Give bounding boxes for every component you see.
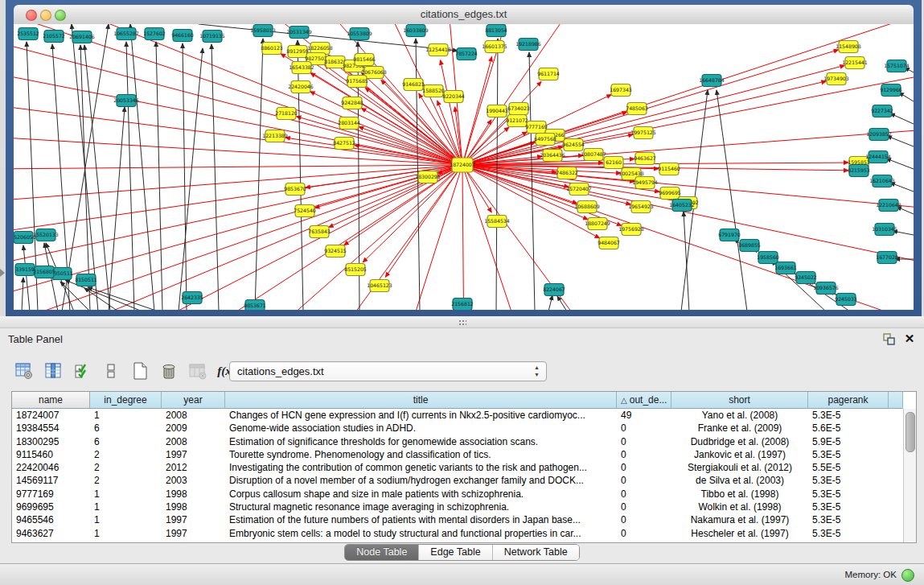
cell-title: Corpus callosum shape and size in male p… bbox=[225, 488, 617, 501]
cell-pagerank: 5.5E-5 bbox=[808, 461, 889, 474]
close-panel-icon[interactable]: ✕ bbox=[902, 332, 917, 346]
scrollbar-thumb[interactable] bbox=[906, 412, 915, 452]
select-columns-icon[interactable] bbox=[71, 360, 92, 382]
cell-year: 1998 bbox=[162, 488, 225, 501]
cell-out_de: 0 bbox=[617, 435, 671, 448]
column-header-name[interactable]: name bbox=[12, 392, 90, 409]
column-chooser-icon[interactable] bbox=[42, 360, 64, 382]
graph-node-label: 15520133 bbox=[33, 232, 59, 237]
graph-node-label: 8220344 bbox=[442, 93, 465, 99]
cell-year: 2008 bbox=[162, 435, 225, 448]
graph-edge bbox=[14, 105, 462, 165]
graph-node-label: 8813054 bbox=[485, 27, 507, 33]
graph-node-label: 12093852 bbox=[866, 131, 892, 137]
table-row[interactable]: 1938455462009Genome-wide association stu… bbox=[12, 422, 916, 435]
cell-in_degree: 1 bbox=[90, 409, 162, 422]
network-canvas[interactable]: 8860123891295918226058982750316543382818… bbox=[14, 24, 914, 310]
split-divider[interactable] bbox=[0, 316, 924, 328]
graph-node-label: 1697343 bbox=[610, 87, 632, 93]
cell-name: 9699695 bbox=[12, 501, 90, 513]
cell-name: 18300295 bbox=[12, 435, 90, 448]
graph-node-label: 9129966 bbox=[880, 87, 902, 93]
cell-short: de Silva et al. (2003) bbox=[671, 474, 808, 487]
import-table-disabled-icon[interactable] bbox=[187, 360, 208, 382]
graph-node-label: 8215953 bbox=[848, 167, 870, 173]
graph-edge bbox=[78, 165, 462, 310]
table-selector-dropdown[interactable]: citations_edges.txt ▲▼ bbox=[229, 361, 547, 381]
tab-node-table[interactable]: Node Table bbox=[345, 545, 419, 560]
column-header-year[interactable]: year bbox=[162, 392, 225, 409]
graph-edge bbox=[717, 90, 747, 310]
graph-node-label: 15751074 bbox=[884, 63, 910, 68]
graph-node-label: 1527602 bbox=[143, 31, 166, 36]
graph-node-label: 8427512 bbox=[333, 140, 355, 146]
float-panel-icon[interactable] bbox=[881, 332, 896, 346]
table-row[interactable]: 1456911722003Disruption of a novel membe… bbox=[12, 474, 916, 487]
graph-node-label: 10936576 bbox=[813, 285, 839, 290]
column-header-short[interactable]: short bbox=[671, 392, 808, 409]
graph-edge bbox=[14, 165, 462, 266]
cell-pagerank: 5.3E-5 bbox=[808, 409, 889, 422]
graph-node-label: 20676068 bbox=[361, 69, 387, 75]
graph-node-label: 2156812 bbox=[451, 301, 474, 307]
cell-out_de: 0 bbox=[617, 513, 671, 526]
table-row[interactable]: 1872400712008Changes of HCN gene express… bbox=[12, 409, 916, 422]
delete-table-icon[interactable] bbox=[158, 360, 179, 382]
table-row[interactable]: 977716911998Corpus callosum shape and si… bbox=[12, 488, 916, 501]
cell-in_degree: 6 bbox=[90, 435, 162, 448]
graph-edge bbox=[684, 212, 689, 310]
cell-pagerank: 5.3E-5 bbox=[808, 474, 889, 487]
cell-year: 2009 bbox=[162, 422, 225, 435]
graph-node-label: 10807487 bbox=[581, 151, 606, 157]
cell-pagerank: 5.6E-5 bbox=[808, 422, 889, 435]
table-row[interactable]: 969969511998Structural magnetic resonanc… bbox=[12, 501, 916, 513]
table-row[interactable]: 911546021997Tourette syndrome. Phenomeno… bbox=[12, 448, 916, 461]
cell-out_de: 0 bbox=[617, 501, 671, 513]
graph-node-label: 8224067 bbox=[543, 286, 565, 292]
column-header-out_de[interactable]: △out_de... bbox=[617, 392, 671, 409]
table-scrollbar[interactable] bbox=[903, 409, 916, 542]
window-titlebar[interactable]: citations_edges.txt bbox=[14, 5, 914, 25]
divider-grip-icon[interactable] bbox=[458, 319, 466, 325]
graph-node-label: 16033809 bbox=[403, 27, 429, 33]
graph-node-label: 11254418 bbox=[425, 47, 451, 52]
table-panel-title: Table Panel bbox=[8, 333, 63, 345]
cell-year: 1998 bbox=[162, 501, 225, 513]
graph-node-label: 20691406 bbox=[69, 34, 95, 39]
cell-name: 9115460 bbox=[12, 448, 90, 461]
graph-node-label: 9853671 bbox=[244, 303, 266, 308]
table-row[interactable]: 946362711997Embryonic stem cells: a mode… bbox=[12, 527, 916, 540]
graph-edge bbox=[23, 245, 30, 310]
column-header-title[interactable]: title bbox=[225, 392, 617, 409]
table-settings-icon[interactable] bbox=[13, 360, 35, 382]
table-row[interactable]: 2242004622012Investigating the contribut… bbox=[12, 461, 916, 474]
cell-title: Estimation of the future numbers of pati… bbox=[225, 513, 617, 526]
cytoscape-app: citations_edges.txt 88601238912959182260… bbox=[0, 0, 924, 585]
cell-in_degree: 1 bbox=[90, 527, 162, 540]
collapse-panel-arrow-icon[interactable] bbox=[0, 269, 5, 277]
column-header-pagerank[interactable]: pagerank bbox=[808, 392, 889, 409]
column-header-in_degree[interactable]: in_degree bbox=[90, 392, 162, 409]
cell-pagerank: 5.3E-5 bbox=[808, 501, 889, 513]
graph-node-label: 12213389 bbox=[262, 133, 288, 138]
row-height-icon[interactable] bbox=[100, 360, 121, 382]
graph-node-label: 339159 bbox=[15, 266, 35, 272]
table-row[interactable]: 946554611997Estimation of the future num… bbox=[12, 513, 916, 526]
graph-node-label: 2105572 bbox=[43, 33, 65, 39]
graph-edge bbox=[462, 165, 914, 266]
cell-name: 9463627 bbox=[12, 527, 90, 540]
graph-node-label: 9324515 bbox=[324, 248, 347, 253]
cell-in_degree: 1 bbox=[90, 501, 162, 513]
graph-edge bbox=[14, 165, 462, 169]
table-row[interactable]: 1830029562008Estimation of significance … bbox=[12, 435, 916, 448]
new-table-icon[interactable] bbox=[129, 360, 150, 382]
cell-short: Tibbo et al. (1998) bbox=[671, 488, 808, 501]
tab-network-table[interactable]: Network Table bbox=[493, 545, 579, 560]
citation-network-graph[interactable]: 8860123891295918226058982750316543382818… bbox=[14, 24, 914, 310]
graph-node-label: 10688609 bbox=[574, 204, 600, 209]
graph-edge bbox=[72, 24, 98, 310]
graph-node-label: 16601375 bbox=[482, 43, 507, 49]
cell-name: 22420046 bbox=[12, 461, 90, 474]
tab-edge-table[interactable]: Edge Table bbox=[419, 545, 492, 560]
graph-node-label: 9245033 bbox=[835, 296, 857, 302]
